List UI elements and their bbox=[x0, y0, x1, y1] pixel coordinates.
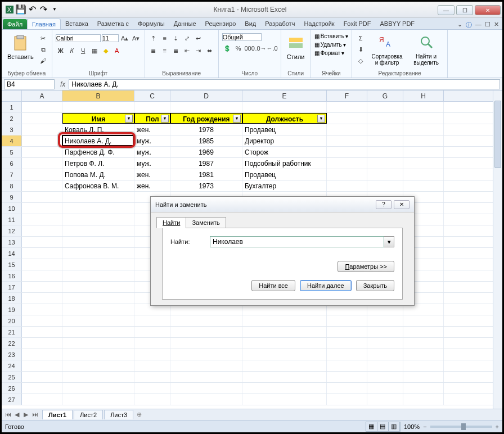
comma-icon[interactable]: 000 bbox=[245, 43, 255, 53]
undo-icon[interactable]: ↶ bbox=[28, 5, 37, 14]
row-header-3[interactable]: 3 bbox=[2, 124, 22, 135]
cell-A17[interactable] bbox=[22, 282, 62, 292]
formula-input[interactable]: Николаев А. Д. bbox=[69, 79, 500, 89]
cell-A22[interactable] bbox=[22, 338, 62, 349]
font-name-input[interactable] bbox=[56, 34, 101, 42]
col-header-C[interactable]: C bbox=[134, 91, 170, 101]
row-header-16[interactable]: 16 bbox=[2, 270, 22, 281]
minimize-button[interactable]: — bbox=[438, 5, 454, 15]
cell-A16[interactable] bbox=[22, 270, 62, 281]
tab-Данные[interactable]: Данные bbox=[169, 19, 201, 29]
cell-D24[interactable] bbox=[170, 360, 242, 371]
cell-A11[interactable] bbox=[22, 214, 62, 225]
cell-D3[interactable]: 1978 bbox=[170, 124, 242, 135]
close-button[interactable]: ✕ bbox=[475, 5, 501, 15]
tab-Рецензиро[interactable]: Рецензиро bbox=[201, 19, 241, 29]
delete-cells-button[interactable]: ▦ Удалить ▾ bbox=[314, 42, 346, 48]
cell-C5[interactable]: муж. bbox=[134, 147, 170, 157]
cell-H5[interactable] bbox=[403, 147, 444, 157]
align-top-icon[interactable]: ⇡ bbox=[148, 33, 159, 43]
zoom-slider[interactable] bbox=[430, 426, 492, 428]
cell-E23[interactable] bbox=[242, 349, 327, 360]
cell-F25[interactable] bbox=[327, 372, 367, 382]
cell-B21[interactable] bbox=[62, 327, 134, 337]
cell-E24[interactable] bbox=[242, 360, 327, 371]
row-header-18[interactable]: 18 bbox=[2, 293, 22, 304]
cell-A1[interactable] bbox=[22, 102, 62, 112]
cell-D7[interactable]: 1981 bbox=[170, 169, 242, 180]
cell-E4[interactable]: Директор bbox=[242, 135, 327, 146]
cell-C25[interactable] bbox=[134, 372, 170, 382]
window-close-icon[interactable]: ✕ bbox=[494, 21, 499, 29]
tab-Вставка[interactable]: Вставка bbox=[61, 19, 93, 29]
underline-icon[interactable]: Ч bbox=[78, 46, 88, 56]
row-header-11[interactable]: 11 bbox=[2, 214, 22, 225]
cell-A3[interactable] bbox=[22, 124, 62, 135]
sort-filter-button[interactable]: ЯАСортировка и фильтр bbox=[368, 33, 406, 67]
cell-B23[interactable] bbox=[62, 349, 134, 360]
cell-C21[interactable] bbox=[134, 327, 170, 337]
tab-Foxit PDF[interactable]: Foxit PDF bbox=[339, 19, 376, 29]
cell-A12[interactable] bbox=[22, 225, 62, 236]
cell-G27[interactable] bbox=[367, 394, 403, 405]
ribbon-minimize-icon[interactable]: ⌄ bbox=[457, 21, 462, 29]
find-next-button[interactable]: Найти далее bbox=[300, 280, 352, 291]
cell-E2[interactable]: Должность▾ bbox=[242, 113, 327, 124]
tab-Главная[interactable]: Главная bbox=[27, 19, 61, 29]
zoom-out-icon[interactable]: − bbox=[423, 423, 426, 430]
cell-H8[interactable] bbox=[403, 180, 444, 191]
cell-E1[interactable] bbox=[242, 102, 327, 112]
cell-B9[interactable] bbox=[62, 192, 134, 202]
wrap-text-icon[interactable]: ↩ bbox=[194, 33, 204, 43]
cell-G22[interactable] bbox=[367, 338, 403, 349]
fx-icon[interactable]: fx bbox=[57, 80, 69, 88]
col-header-D[interactable]: D bbox=[170, 91, 242, 101]
cell-G8[interactable] bbox=[367, 180, 403, 191]
cell-B11[interactable] bbox=[62, 214, 134, 225]
sheet-nav-last-icon[interactable]: ⏭ bbox=[31, 411, 39, 418]
currency-icon[interactable]: 💲 bbox=[222, 43, 232, 53]
cut-icon[interactable]: ✂ bbox=[38, 33, 48, 43]
cell-G26[interactable] bbox=[367, 383, 403, 394]
cell-H24[interactable] bbox=[403, 360, 444, 371]
cell-F24[interactable] bbox=[327, 360, 367, 371]
cell-D5[interactable]: 1969 bbox=[170, 147, 242, 157]
cell-G21[interactable] bbox=[367, 327, 403, 337]
row-header-9[interactable]: 9 bbox=[2, 192, 22, 202]
row-header-24[interactable]: 24 bbox=[2, 360, 22, 371]
col-header-A[interactable]: A bbox=[22, 91, 62, 101]
cell-D20[interactable] bbox=[170, 315, 242, 326]
col-header-G[interactable]: G bbox=[367, 91, 403, 101]
cell-E8[interactable]: Бухгалтер bbox=[242, 180, 327, 191]
tab-Разметка с[interactable]: Разметка с bbox=[93, 19, 133, 29]
zoom-in-icon[interactable]: + bbox=[496, 423, 499, 430]
cell-G24[interactable] bbox=[367, 360, 403, 371]
cell-A8[interactable] bbox=[22, 180, 62, 191]
cell-F5[interactable] bbox=[327, 147, 367, 157]
sheet-nav-next-icon[interactable]: ▶ bbox=[22, 411, 30, 418]
align-right-icon[interactable]: ≣ bbox=[171, 46, 181, 56]
cell-D27[interactable] bbox=[170, 394, 242, 405]
row-header-13[interactable]: 13 bbox=[2, 237, 22, 247]
cell-E26[interactable] bbox=[242, 383, 327, 394]
row-header-27[interactable]: 27 bbox=[2, 394, 22, 405]
cell-B13[interactable] bbox=[62, 237, 134, 247]
cell-E3[interactable]: Продавец bbox=[242, 124, 327, 135]
filter-C[interactable]: ▾ bbox=[161, 115, 169, 123]
view-layout-icon[interactable]: ▤ bbox=[377, 422, 389, 431]
cell-F7[interactable] bbox=[327, 169, 367, 180]
cell-D8[interactable]: 1973 bbox=[170, 180, 242, 191]
cell-A18[interactable] bbox=[22, 293, 62, 304]
help-icon[interactable]: ⓘ bbox=[466, 21, 472, 29]
find-input[interactable] bbox=[210, 236, 384, 247]
cell-F8[interactable] bbox=[327, 180, 367, 191]
cell-B14[interactable] bbox=[62, 248, 134, 259]
cell-A23[interactable] bbox=[22, 349, 62, 360]
italic-icon[interactable]: К bbox=[67, 46, 77, 56]
tab-ABBYY PDF[interactable]: ABBYY PDF bbox=[376, 19, 420, 29]
zoom-level[interactable]: 100% bbox=[404, 423, 420, 430]
cell-D26[interactable] bbox=[170, 383, 242, 394]
cell-A2[interactable] bbox=[22, 113, 62, 124]
tab-file[interactable]: Файл bbox=[3, 19, 27, 29]
cell-C3[interactable]: жен. bbox=[134, 124, 170, 135]
